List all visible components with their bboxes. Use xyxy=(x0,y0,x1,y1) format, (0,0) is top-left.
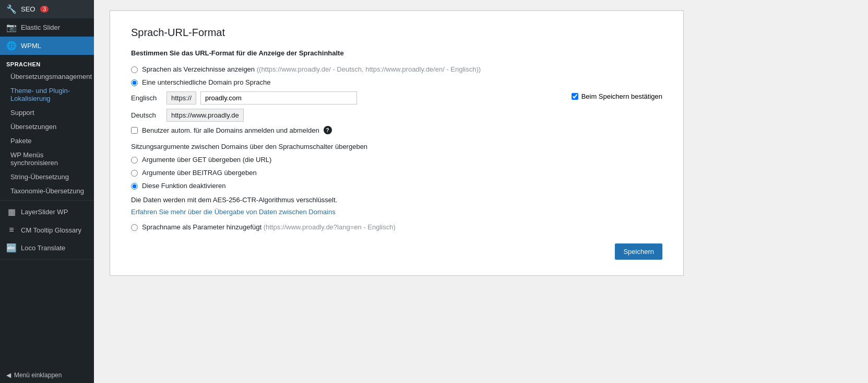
radio-deactivate: Diese Funktion deaktivieren xyxy=(131,182,662,190)
learn-more-link[interactable]: Erfahren Sie mehr über die Übergabe von … xyxy=(131,208,336,216)
deutsch-domain-static: https://www.proadly.de xyxy=(167,109,244,122)
english-domain-row: Englisch https:// xyxy=(131,91,551,105)
sidebar-item-cm-tooltip-label: CM Tooltip Glossary xyxy=(21,226,81,234)
sidebar-sub-support[interactable]: Support xyxy=(0,106,94,120)
auto-login-row: Benutzer autom. für alle Domains anmelde… xyxy=(131,126,662,134)
radio-param-input[interactable] xyxy=(131,224,138,231)
sidebar-sub-uebersetzungen[interactable]: Übersetzungen xyxy=(0,120,94,134)
english-prefix: https:// xyxy=(167,91,196,105)
sidebar-item-wpml[interactable]: 🌐 WPML xyxy=(0,37,94,55)
confirm-save-checkbox[interactable] xyxy=(572,93,578,100)
sidebar-sub-wp-menus[interactable]: WP Menüs synchronisieren xyxy=(0,148,94,170)
english-label: Englisch xyxy=(131,94,162,102)
section-description: Bestimmen Sie das URL-Format für die Anz… xyxy=(131,49,662,57)
sidebar-sub-taxonomie[interactable]: Taxonomie-Übersetzung xyxy=(0,184,94,198)
radio-param-muted: (https://www.proadly.de?lang=en - Englis… xyxy=(264,223,396,231)
domain-and-confirm-section: Englisch https:// Beim Speichern bestäti… xyxy=(131,91,662,105)
radio-param: Sprachname als Parameter hinzugefügt (ht… xyxy=(131,223,662,231)
radio-verzeichnisse-input[interactable] xyxy=(131,66,138,73)
domain-fields: Englisch https:// xyxy=(131,91,551,105)
sidebar-sub-pakete[interactable]: Pakete xyxy=(0,134,94,148)
sidebar-item-layerslider[interactable]: ▦ LayerSlider WP xyxy=(0,203,94,221)
collapse-icon: ◀ xyxy=(6,372,11,379)
deutsch-label: Deutsch xyxy=(131,111,162,119)
auto-login-label[interactable]: Benutzer autom. für alle Domains anmelde… xyxy=(142,126,319,134)
sprachen-section-label: Sprachen xyxy=(0,55,94,69)
aes-info-text: Die Daten werden mit dem AES-256-CTR-Alg… xyxy=(131,196,662,204)
radio-verzeichnisse-muted: ((https://www.proadly.de/ - Deutsch, htt… xyxy=(257,65,481,73)
radio-beitrag: Argumente über BEITRAG übergeben xyxy=(131,169,662,177)
save-row: Speichern xyxy=(131,243,662,260)
radio-deactivate-label[interactable]: Diese Funktion deaktivieren xyxy=(142,182,225,190)
deutsch-domain-row: Deutsch https://www.proadly.de xyxy=(131,109,662,122)
confirm-checkbox-row: Beim Speichern bestätigen xyxy=(572,91,662,100)
radio-get-input[interactable] xyxy=(131,157,138,164)
sidebar-item-elastic-slider[interactable]: 📷 Elastic Slider xyxy=(0,18,94,37)
radio-domain-pro-sprache: Eine unterschiedliche Domain pro Sprache xyxy=(131,78,662,86)
seo-icon: 🔧 xyxy=(6,4,17,14)
main-content: Sprach-URL-Format Bestimmen Sie das URL-… xyxy=(94,0,868,383)
radio-verzeichnisse-label[interactable]: Sprachen als Verzeichnisse anzeigen ((ht… xyxy=(142,65,481,73)
loco-translate-icon: 🔤 xyxy=(6,243,17,253)
radio-param-label[interactable]: Sprachname als Parameter hinzugefügt (ht… xyxy=(142,223,396,231)
sidebar-item-elastic-label: Elastic Slider xyxy=(21,24,60,31)
confirm-save-label[interactable]: Beim Speichern bestätigen xyxy=(581,92,662,100)
sidebar-item-cm-tooltip[interactable]: ≡ CM Tooltip Glossary xyxy=(0,221,94,239)
session-label: Sitzungsargumente zwischen Domains über … xyxy=(131,143,662,150)
sidebar-item-layerslider-label: LayerSlider WP xyxy=(21,208,68,216)
wpml-icon: 🌐 xyxy=(6,41,17,51)
english-domain-input[interactable] xyxy=(200,91,357,105)
cm-tooltip-icon: ≡ xyxy=(6,225,17,235)
radio-domain-label[interactable]: Eine unterschiedliche Domain pro Sprache xyxy=(142,78,270,86)
settings-card: Sprach-URL-Format Bestimmen Sie das URL-… xyxy=(110,10,684,276)
radio-beitrag-input[interactable] xyxy=(131,170,138,177)
sidebar-item-wpml-label: WPML xyxy=(21,42,41,50)
sidebar-sub-theme-plugin[interactable]: Theme- und Plugin-Lokalisierung xyxy=(0,84,94,106)
radio-deactivate-input[interactable] xyxy=(131,183,138,190)
sidebar-sub-uebersetzungsmanagement[interactable]: Übersetzungsmanagement xyxy=(0,69,94,84)
elastic-slider-icon: 📷 xyxy=(6,22,17,32)
save-button[interactable]: Speichern xyxy=(615,243,662,260)
sidebar: 🔧 SEO 3 📷 Elastic Slider 🌐 WPML Sprachen… xyxy=(0,0,94,383)
radio-get-label[interactable]: Argumente über GET übergeben (die URL) xyxy=(142,156,271,164)
collapse-label: Menü einklappen xyxy=(14,372,62,379)
radio-verzeichnisse: Sprachen als Verzeichnisse anzeigen ((ht… xyxy=(131,65,662,73)
page-title: Sprach-URL-Format xyxy=(131,27,662,39)
auto-login-help-icon[interactable]: ? xyxy=(324,126,332,134)
auto-login-checkbox[interactable] xyxy=(131,127,138,134)
radio-get: Argumente über GET übergeben (die URL) xyxy=(131,156,662,164)
sidebar-item-loco-translate-label: Loco Translate xyxy=(21,244,65,252)
layerslider-icon: ▦ xyxy=(6,207,17,217)
sidebar-item-loco-translate[interactable]: 🔤 Loco Translate xyxy=(0,239,94,257)
sidebar-item-seo[interactable]: 🔧 SEO 3 xyxy=(0,0,94,18)
radio-domain-input[interactable] xyxy=(131,79,138,86)
sidebar-sub-string-uebersetzung[interactable]: String-Übersetzung xyxy=(0,170,94,184)
radio-beitrag-label[interactable]: Argumente über BEITRAG übergeben xyxy=(142,169,257,177)
sidebar-item-seo-label: SEO xyxy=(21,5,35,13)
seo-badge: 3 xyxy=(40,6,49,13)
collapse-menu-button[interactable]: ◀ Menü einklappen xyxy=(0,367,94,383)
